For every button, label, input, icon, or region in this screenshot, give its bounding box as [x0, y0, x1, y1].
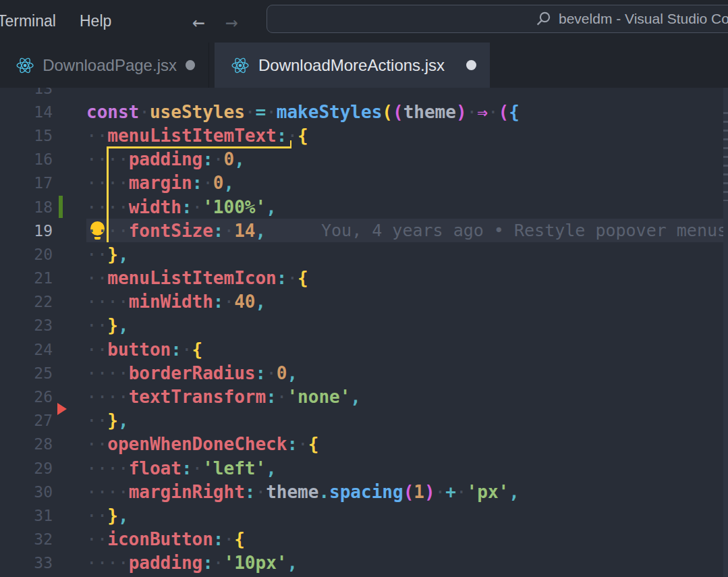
code-line[interactable]: 32··iconButton:·{ [0, 528, 728, 551]
code-text: ····float:·'left', [86, 456, 277, 480]
code-text: ····padding:·0, [86, 148, 245, 171]
bracket-guide-vertical [107, 147, 109, 243]
tab-label: DownloadMoreActions.jsx [258, 56, 445, 75]
code-line[interactable]: 16····padding:·0, [0, 148, 728, 171]
command-center-search[interactable]: beveldm - Visual Studio Code [267, 5, 728, 33]
code-line[interactable]: 17····margin:·0, [0, 171, 728, 195]
code-text: ····width:·'100%', [86, 195, 277, 219]
code-text: ····padding:·'10px', [86, 551, 298, 575]
git-deleted-marker-icon[interactable] [57, 403, 67, 415]
line-number[interactable]: 30 [0, 480, 53, 503]
code-text: ··iconButton:·{ [86, 528, 245, 551]
nav-forward-button[interactable]: → [225, 0, 238, 43]
code-line[interactable]: 29····float:·'left', [0, 456, 728, 480]
code-line[interactable]: 15··menuListItemText:·{ [0, 123, 728, 147]
react-icon [231, 57, 250, 74]
code-text: ····borderRadius:·0, [86, 361, 298, 385]
code-line[interactable]: 28··openWhenDoneCheck:·{ [0, 433, 728, 456]
code-text: ··menuListItemText:·{ [86, 123, 308, 147]
code-line[interactable]: 30····marginRight:·theme.spacing(1)·+·'p… [0, 480, 728, 503]
code-text: ····textTransform:·'none', [86, 385, 361, 408]
line-number[interactable]: 15 [0, 123, 53, 147]
code-line[interactable]: 33····padding:·'10px', [0, 551, 728, 575]
search-icon [536, 11, 551, 26]
line-number[interactable]: 18 [0, 195, 53, 219]
line-number[interactable]: 16 [0, 148, 53, 171]
menu-terminal[interactable]: Terminal [0, 0, 63, 43]
code-line[interactable]: 19····fontSize:·14,You, 4 years ago • Re… [0, 219, 728, 242]
code-line[interactable]: 21··menuListItemIcon:·{ [0, 267, 728, 290]
bracket-guide-horizontal [107, 146, 291, 148]
tab-label: DownloadPage.jsx [43, 56, 177, 75]
vscode-window: { "window": { "menus": [ {"label": "Term… [0, 0, 728, 577]
code-line[interactable]: 23··}, [0, 314, 728, 337]
line-number[interactable]: 21 [0, 267, 53, 290]
code-line[interactable]: 26····textTransform:·'none', [0, 385, 728, 408]
code-editor[interactable]: 1314const·useStyles·=·makeStyles((theme)… [0, 88, 728, 577]
code-text: ····marginRight:·theme.spacing(1)·+·'px'… [86, 480, 520, 503]
code-text: ··}, [86, 314, 129, 337]
line-number[interactable]: 28 [0, 433, 53, 456]
minimap-marks [723, 112, 728, 201]
nav-back-button[interactable]: ← [192, 0, 205, 43]
code-text: const·useStyles·=·makeStyles((theme)·⇒·(… [86, 100, 520, 123]
code-content[interactable]: 1314const·useStyles·=·makeStyles((theme)… [0, 88, 728, 575]
code-line[interactable]: 14const·useStyles·=·makeStyles((theme)·⇒… [0, 100, 728, 123]
code-line[interactable]: 24··button:·{ [0, 337, 728, 361]
tabstrip: DownloadPage.jsx DownloadMoreActions.jsx [0, 43, 728, 88]
git-added-gutter-bar [59, 196, 63, 218]
code-text: ··}, [86, 503, 129, 527]
code-text: ····minWidth:·40, [86, 290, 266, 314]
menu-help[interactable]: Help [73, 0, 118, 43]
titlebar: Terminal Help ← → beveldm - Visual Studi… [0, 0, 728, 43]
line-number[interactable]: 20 [0, 242, 53, 266]
line-number[interactable]: 23 [0, 314, 53, 337]
line-number[interactable]: 22 [0, 290, 53, 314]
tab-downloadpage[interactable]: DownloadPage.jsx [0, 43, 209, 88]
minimap[interactable] [723, 88, 728, 577]
modified-dot-icon[interactable] [466, 60, 476, 70]
code-line[interactable]: 18····width:·'100%', [0, 195, 728, 219]
code-line[interactable]: 22····minWidth:·40, [0, 290, 728, 314]
code-text: ··openWhenDoneCheck:·{ [86, 433, 318, 456]
code-text: ····margin:·0, [86, 171, 234, 195]
code-text: ··menuListItemIcon:·{ [86, 267, 308, 290]
code-line[interactable]: 25····borderRadius:·0, [0, 361, 728, 385]
line-number[interactable]: 24 [0, 337, 53, 361]
line-number[interactable]: 25 [0, 361, 53, 385]
line-number[interactable]: 17 [0, 171, 53, 195]
line-number[interactable]: 14 [0, 100, 53, 123]
modified-dot-icon[interactable] [186, 60, 195, 70]
code-text: ····fontSize:·14, [86, 219, 266, 242]
line-number[interactable]: 29 [0, 456, 53, 480]
code-line[interactable]: 31··}, [0, 503, 728, 527]
code-line[interactable]: 20··}, [0, 242, 728, 266]
code-line[interactable]: 27··}, [0, 409, 728, 433]
code-line[interactable]: 13 [0, 88, 728, 100]
search-text: beveldm - Visual Studio Code [559, 11, 728, 27]
code-text: ··}, [86, 409, 129, 433]
bracket-guide-stub [290, 140, 292, 148]
code-text: ··button:·{ [86, 337, 202, 361]
react-icon [16, 57, 34, 74]
line-number[interactable]: 26 [0, 385, 53, 408]
tab-downloadmoreactions[interactable]: DownloadMoreActions.jsx [215, 43, 490, 88]
line-number[interactable]: 19 [0, 219, 53, 242]
line-number[interactable]: 33 [0, 551, 53, 575]
git-blame-annotation: You, 4 years ago • Restyle popover menus [321, 219, 727, 242]
code-text: ··}, [86, 242, 129, 266]
line-number[interactable]: 32 [0, 528, 53, 551]
line-number[interactable]: 13 [0, 88, 53, 100]
line-number[interactable]: 31 [0, 503, 53, 527]
line-number[interactable]: 27 [0, 409, 53, 433]
